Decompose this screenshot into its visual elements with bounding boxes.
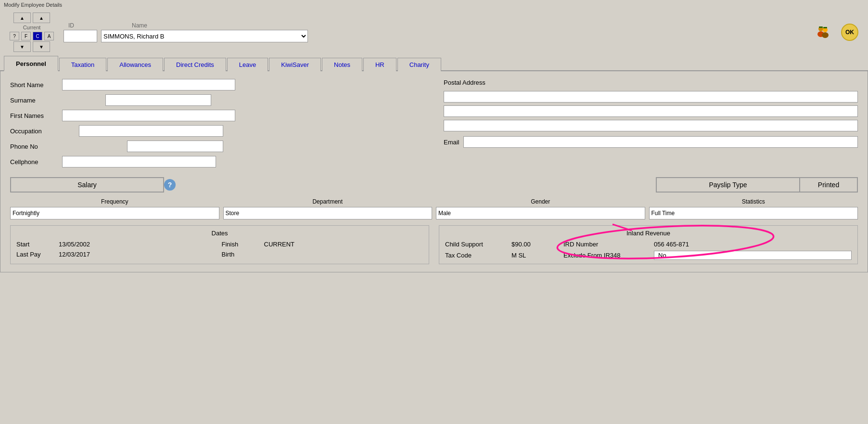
postal-line1-input[interactable]: Riverside Apartments: [444, 91, 858, 103]
current-label: Current: [23, 25, 41, 30]
ird-label: IRD Number: [563, 241, 650, 248]
birth-label: Birth: [222, 251, 260, 258]
nav-f-button[interactable]: F: [21, 32, 31, 40]
nav-down-left-button[interactable]: ▼: [13, 41, 31, 52]
nav-down-right-button[interactable]: ▼: [33, 41, 50, 52]
right-column: Postal Address Riverside Apartments 34C …: [444, 79, 858, 171]
short-name-input[interactable]: Richard Simmons: [62, 79, 235, 90]
tax-code-label: Tax Code: [445, 252, 508, 259]
phone-input[interactable]: 445 3321: [127, 141, 223, 152]
tax-code-value: M SL: [511, 252, 560, 259]
postal-section: Postal Address Riverside Apartments 34C …: [444, 79, 858, 148]
nav-up-left-button[interactable]: ▲: [13, 13, 31, 23]
gender-label: Gender: [436, 198, 645, 205]
header-area: ▲ ▲ Current ? F C A ▼ ▼ ID Name RS SIMMO: [0, 10, 868, 53]
navigation-block: ▲ ▲ Current ? F C A ▼ ▼: [10, 13, 54, 52]
cellphone-row: Cellphone: [10, 156, 424, 167]
phone-row: Phone No 445 3321: [10, 141, 424, 152]
email-row: Email: [444, 136, 858, 148]
help-icon-button[interactable]: ?: [164, 179, 176, 191]
salary-payslip-row: Salary ? Payslip Type Printed: [10, 177, 858, 193]
svg-rect-4: [819, 26, 823, 28]
nav-up-right-button[interactable]: ▲: [33, 13, 50, 23]
tab-hr[interactable]: HR: [363, 58, 396, 71]
tabs-bar: Personnel Taxation Allowances Direct Cre…: [0, 55, 868, 71]
tab-kiwisaver[interactable]: KiwiSaver: [269, 58, 321, 71]
tab-taxation[interactable]: Taxation: [59, 58, 106, 71]
window-title: Modify Employee Details: [4, 2, 62, 8]
form-grid: Short Name Richard Simmons Surname SIMMO…: [10, 79, 858, 171]
first-names-label: First Names: [10, 112, 58, 119]
exclude-label: Exclude From IR348: [563, 252, 650, 259]
child-support-label: Child Support: [445, 241, 508, 248]
people-icon-button[interactable]: [816, 24, 833, 41]
statistics-label: Statistics: [649, 198, 858, 205]
occupation-input[interactable]: Store: [79, 125, 223, 137]
frequency-label: Frequency: [10, 198, 219, 205]
svg-point-3: [822, 32, 829, 38]
tab-allowances[interactable]: Allowances: [107, 58, 163, 71]
lower-content: Dates Start 13/05/2002 Finish CURRENT La…: [10, 225, 858, 264]
tab-direct-credits[interactable]: Direct Credits: [164, 58, 226, 71]
dates-grid: Start 13/05/2002 Finish CURRENT Last Pay…: [16, 241, 423, 258]
nav-top-row: ▲ ▲: [13, 13, 50, 23]
cellphone-label: Cellphone: [10, 158, 58, 166]
inland-revenue-section: Inland Revenue Child Support $90.00 IRD …: [439, 225, 858, 264]
left-column: Short Name Richard Simmons Surname SIMMO…: [10, 79, 424, 171]
payslip-type-label: Payslip Type: [656, 177, 800, 193]
payslip-type-value: Printed: [800, 177, 858, 193]
nav-down-row: ▼ ▼: [13, 41, 50, 52]
first-names-input[interactable]: Richard B: [62, 110, 235, 121]
department-select[interactable]: Store: [223, 207, 433, 219]
short-name-label: Short Name: [10, 81, 58, 89]
statistics-select[interactable]: Full Time: [649, 207, 858, 219]
phone-label: Phone No: [10, 143, 58, 150]
postal-line3-input[interactable]: Shelton, AUCKLAND: [444, 120, 858, 131]
right-icons-area: OK: [816, 24, 858, 41]
tab-personnel[interactable]: Personnel: [4, 56, 58, 71]
start-value: 13/05/2002: [59, 241, 218, 248]
id-name-inputs: RS SIMMONS, Richard B: [64, 30, 308, 42]
first-names-row: First Names Richard B: [10, 110, 424, 121]
nav-a-button[interactable]: A: [44, 32, 54, 40]
content-area: Short Name Richard Simmons Surname SIMMO…: [0, 71, 868, 272]
gender-group: Gender Male: [436, 198, 645, 219]
svg-rect-5: [823, 27, 827, 28]
last-pay-label: Last Pay: [16, 251, 55, 258]
nav-q-button[interactable]: ?: [10, 32, 19, 40]
employee-id-input[interactable]: RS: [64, 30, 97, 42]
statistics-group: Statistics Full Time: [649, 198, 858, 219]
department-label: Department: [223, 198, 433, 205]
id-col-label: ID: [68, 22, 74, 29]
department-group: Department Store: [223, 198, 433, 219]
postal-label: Postal Address: [444, 79, 858, 86]
gender-select[interactable]: Male: [436, 207, 645, 219]
tab-charity[interactable]: Charity: [397, 58, 441, 71]
tab-leave[interactable]: Leave: [227, 58, 268, 71]
name-col-label: Name: [132, 22, 147, 29]
last-pay-value: 12/03/2017: [59, 251, 218, 258]
inland-grid: Child Support $90.00 IRD Number 056 465-…: [445, 241, 852, 260]
postal-line2-input[interactable]: 34C Unit 7 Waipuki Street: [444, 105, 858, 117]
occupation-row: Occupation Store: [10, 125, 424, 137]
dates-section-title: Dates: [16, 230, 423, 237]
frequency-select[interactable]: Fortnightly: [10, 207, 219, 219]
tab-notes[interactable]: Notes: [322, 58, 362, 71]
nav-c-button[interactable]: C: [33, 32, 42, 40]
ok-button[interactable]: OK: [841, 24, 858, 41]
ird-value: 056 465-871: [654, 241, 852, 248]
dates-section: Dates Start 13/05/2002 Finish CURRENT La…: [10, 225, 429, 264]
surname-row: Surname SIMMONS: [10, 94, 424, 106]
employee-name-select[interactable]: SIMMONS, Richard B: [101, 30, 308, 42]
nav-arrows-block: ▲ ▲ Current ? F C A ▼ ▼: [10, 13, 54, 52]
surname-input[interactable]: SIMMONS: [105, 94, 211, 106]
email-input[interactable]: [463, 136, 858, 148]
salary-button[interactable]: Salary: [10, 177, 164, 193]
finish-label: Finish: [222, 241, 260, 248]
salary-label: Salary: [77, 181, 97, 189]
short-name-row: Short Name Richard Simmons: [10, 79, 424, 90]
title-bar: Modify Employee Details: [0, 0, 868, 10]
frequency-group: Frequency Fortnightly: [10, 198, 219, 219]
start-label: Start: [16, 241, 55, 248]
cellphone-input[interactable]: [62, 156, 216, 167]
